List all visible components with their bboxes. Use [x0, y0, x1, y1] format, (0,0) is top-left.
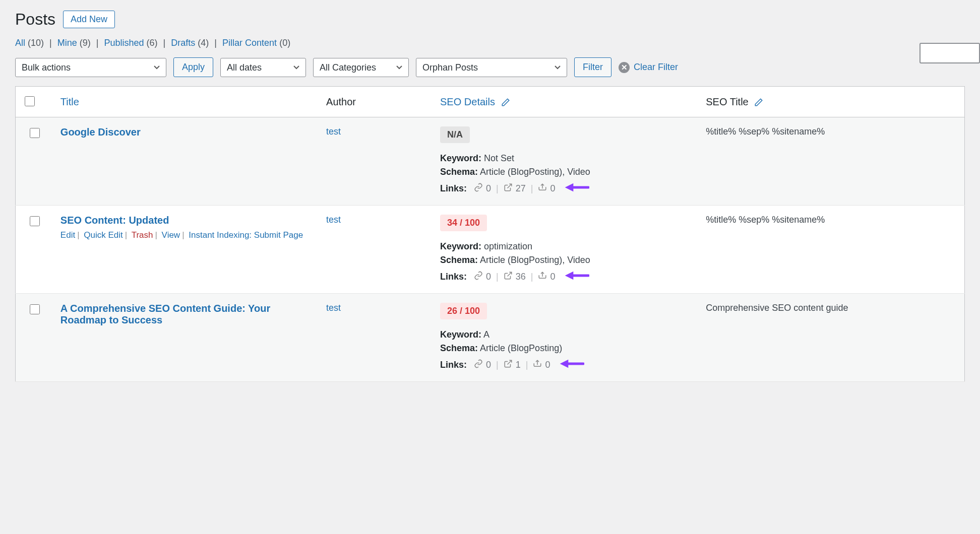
internal-links: 0: [474, 271, 491, 283]
post-filter-select[interactable]: Orphan Posts: [416, 58, 567, 77]
author-link[interactable]: test: [326, 303, 341, 313]
seo-title-cell: Comprehensive SEO content guide: [699, 294, 964, 382]
external-links: 27: [504, 183, 526, 194]
seo-title-cell: %title% %sep% %sitename%: [699, 206, 964, 294]
select-all-checkbox[interactable]: [25, 96, 35, 106]
internal-links: 0: [474, 183, 491, 194]
column-author: Author: [319, 87, 433, 117]
seo-score-badge: 26 / 100: [440, 303, 487, 319]
table-row: A Comprehensive SEO Content Guide: Your …: [16, 294, 965, 382]
external-link-icon: [504, 359, 513, 371]
schema-line: Schema: Article (BlogPosting), Video: [440, 167, 692, 177]
incoming-link-icon: [533, 359, 542, 371]
incoming-links: 0: [533, 359, 550, 371]
seo-title-cell: %title% %sep% %sitename%: [699, 117, 964, 206]
row-checkbox[interactable]: [30, 128, 40, 138]
link-icon: [474, 183, 483, 194]
filter-mine[interactable]: Mine: [57, 38, 77, 48]
edit-link[interactable]: Edit: [60, 230, 75, 240]
dates-select[interactable]: All dates: [220, 58, 306, 77]
status-filter-links: All (10) | Mine (9) | Published (6) | Dr…: [15, 38, 965, 48]
column-seo-title: SEO Title: [706, 96, 748, 107]
column-title[interactable]: Title: [60, 96, 79, 107]
filter-pillar-count: (0): [279, 38, 290, 48]
incoming-link-icon: [538, 183, 547, 194]
links-row: Links: 0 | 1 | 0: [440, 358, 692, 372]
filter-drafts-count: (4): [198, 38, 209, 48]
instant-indexing-link[interactable]: Instant Indexing: Submit Page: [189, 230, 303, 240]
table-row: SEO Content: Updated Edit| Quick Edit| T…: [16, 206, 965, 294]
filter-button[interactable]: Filter: [574, 57, 611, 77]
categories-select[interactable]: All Categories: [313, 58, 409, 77]
bulk-actions-select[interactable]: Bulk actions: [15, 58, 166, 77]
filter-published[interactable]: Published: [104, 38, 144, 48]
post-title-link[interactable]: SEO Content: Updated: [60, 215, 169, 226]
links-row: Links: 0 | 27 | 0: [440, 181, 692, 196]
schema-line: Schema: Article (BlogPosting): [440, 343, 692, 354]
links-row: Links: 0 | 36 | 0: [440, 270, 692, 284]
search-input[interactable]: [920, 43, 980, 63]
apply-button[interactable]: Apply: [173, 57, 213, 77]
quick-edit-link[interactable]: Quick Edit: [84, 230, 122, 240]
seo-score-badge: N/A: [440, 126, 470, 143]
arrow-annotation-icon: [559, 358, 584, 372]
incoming-links: 0: [538, 271, 555, 283]
author-link[interactable]: test: [326, 126, 341, 137]
filter-all-count: (10): [28, 38, 44, 48]
filter-published-count: (6): [147, 38, 158, 48]
page-title: Posts: [15, 10, 55, 29]
trash-link[interactable]: Trash: [132, 230, 153, 240]
close-icon: ✕: [619, 62, 630, 73]
seo-score-badge: 34 / 100: [440, 215, 487, 231]
incoming-links: 0: [538, 183, 555, 194]
link-icon: [474, 271, 483, 283]
pencil-icon[interactable]: [501, 98, 510, 107]
pencil-icon[interactable]: [754, 98, 763, 107]
external-links: 1: [504, 359, 521, 371]
filter-mine-count: (9): [80, 38, 91, 48]
arrow-annotation-icon: [564, 270, 589, 284]
external-link-icon: [504, 183, 513, 194]
posts-table: Title Author SEO Details SEO Title Googl…: [15, 86, 965, 382]
table-row: Google Discover test N/A Keyword: Not Se…: [16, 117, 965, 206]
keyword-line: Keyword: A: [440, 329, 692, 340]
arrow-annotation-icon: [564, 181, 589, 196]
column-seo-details[interactable]: SEO Details: [440, 96, 495, 107]
filter-all[interactable]: All: [15, 38, 25, 48]
schema-line: Schema: Article (BlogPosting), Video: [440, 255, 692, 265]
internal-links: 0: [474, 359, 491, 371]
row-checkbox[interactable]: [30, 216, 40, 226]
keyword-line: Keyword: optimization: [440, 241, 692, 252]
filter-pillar[interactable]: Pillar Content: [222, 38, 277, 48]
filter-drafts[interactable]: Drafts: [171, 38, 195, 48]
clear-filter-link[interactable]: ✕ Clear Filter: [619, 62, 678, 73]
external-link-icon: [504, 271, 513, 283]
post-title-link[interactable]: A Comprehensive SEO Content Guide: Your …: [60, 303, 270, 325]
author-link[interactable]: test: [326, 215, 341, 225]
keyword-line: Keyword: Not Set: [440, 153, 692, 164]
link-icon: [474, 359, 483, 371]
external-links: 36: [504, 271, 526, 283]
post-title-link[interactable]: Google Discover: [60, 126, 141, 138]
incoming-link-icon: [538, 271, 547, 283]
add-new-button[interactable]: Add New: [63, 11, 115, 28]
row-actions: Edit| Quick Edit| Trash| View| Instant I…: [60, 230, 312, 240]
clear-filter-label: Clear Filter: [634, 62, 678, 73]
view-link[interactable]: View: [162, 230, 180, 240]
row-checkbox[interactable]: [30, 304, 40, 314]
